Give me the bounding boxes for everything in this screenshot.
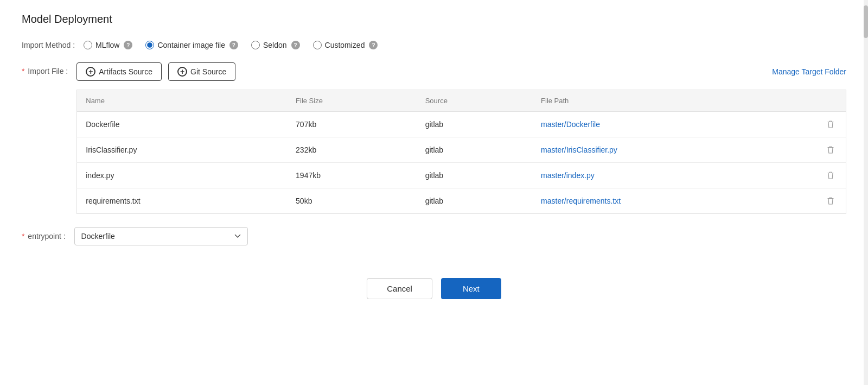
- radio-label-customized: Customized: [325, 41, 365, 49]
- import-file-row: * Import File : + Artifacts Source + Git…: [22, 62, 846, 214]
- cell-name: requirements.txt: [77, 188, 287, 214]
- radio-label-mlflow: MLflow: [95, 41, 119, 49]
- cell-path[interactable]: master/index.py: [532, 163, 815, 188]
- entrypoint-select[interactable]: DockerfileIrisClassifier.pyindex.pyrequi…: [74, 227, 248, 245]
- radio-mlflow[interactable]: [84, 41, 92, 49]
- radio-option-customized[interactable]: Customized ?: [313, 41, 378, 49]
- delete-row-button[interactable]: [824, 119, 837, 129]
- file-path-link[interactable]: master/IrisClassifier.py: [541, 146, 617, 154]
- file-path-link[interactable]: master/Dockerfile: [541, 120, 600, 129]
- col-size: File Size: [287, 90, 417, 112]
- cell-delete[interactable]: [815, 137, 846, 163]
- radio-option-mlflow[interactable]: MLflow ?: [84, 41, 132, 49]
- help-icon-customized[interactable]: ?: [369, 41, 378, 49]
- cell-name: IrisClassifier.py: [77, 137, 287, 163]
- entrypoint-label-text: entrypoint :: [28, 232, 65, 241]
- delete-row-button[interactable]: [824, 196, 837, 206]
- import-method-row: Import Method : MLflow ? Container image…: [22, 41, 846, 49]
- file-table: Name File Size Source File Path Dockerfi…: [76, 90, 846, 214]
- import-file-content: + Artifacts Source + Git Source Manage T…: [76, 62, 846, 214]
- help-icon-container[interactable]: ?: [229, 41, 238, 49]
- cell-delete[interactable]: [815, 188, 846, 214]
- radio-customized[interactable]: [313, 41, 322, 49]
- radio-option-seldon[interactable]: Seldon ?: [251, 41, 300, 49]
- col-name: Name: [77, 90, 287, 112]
- cell-delete[interactable]: [815, 112, 846, 137]
- import-method-options: MLflow ? Container image file ? Seldon ?…: [84, 41, 378, 49]
- radio-label-container: Container image file: [157, 41, 225, 49]
- cell-source: gitlab: [417, 163, 532, 188]
- delete-row-button[interactable]: [824, 171, 837, 180]
- help-icon-mlflow[interactable]: ?: [124, 41, 132, 49]
- cell-size: 232kb: [287, 137, 417, 163]
- scrollbar-thumb[interactable]: [864, 5, 868, 38]
- cell-source: gitlab: [417, 137, 532, 163]
- cell-size: 1947kb: [287, 163, 417, 188]
- source-btn-group: + Artifacts Source + Git Source: [76, 62, 235, 81]
- radio-option-container[interactable]: Container image file ?: [145, 41, 238, 49]
- next-button[interactable]: Next: [441, 278, 501, 299]
- cell-path[interactable]: master/requirements.txt: [532, 188, 815, 214]
- file-table-body: Dockerfile 707kb gitlab master/Dockerfil…: [77, 112, 846, 214]
- cell-delete[interactable]: [815, 163, 846, 188]
- cell-size: 50kb: [287, 188, 417, 214]
- cell-source: gitlab: [417, 112, 532, 137]
- cell-name: index.py: [77, 163, 287, 188]
- artifacts-source-button[interactable]: + Artifacts Source: [76, 62, 162, 81]
- cell-size: 707kb: [287, 112, 417, 137]
- radio-label-seldon: Seldon: [263, 41, 287, 49]
- manage-target-folder-link[interactable]: Manage Target Folder: [772, 67, 846, 76]
- entrypoint-row: * entrypoint : DockerfileIrisClassifier.…: [22, 227, 846, 245]
- scrollbar-track[interactable]: [864, 0, 868, 385]
- table-row: index.py 1947kb gitlab master/index.py: [77, 163, 846, 188]
- plus-circle-artifacts: +: [86, 67, 95, 77]
- cell-source: gitlab: [417, 188, 532, 214]
- import-file-label-text: Import File :: [28, 67, 68, 75]
- radio-seldon[interactable]: [251, 41, 260, 49]
- cell-path[interactable]: master/IrisClassifier.py: [532, 137, 815, 163]
- table-row: IrisClassifier.py 232kb gitlab master/Ir…: [77, 137, 846, 163]
- plus-circle-git: +: [177, 67, 187, 77]
- import-file-label: * Import File :: [22, 62, 68, 75]
- delete-row-button[interactable]: [824, 145, 837, 155]
- col-path: File Path: [532, 90, 815, 112]
- cell-name: Dockerfile: [77, 112, 287, 137]
- cell-path[interactable]: master/Dockerfile: [532, 112, 815, 137]
- cancel-button[interactable]: Cancel: [367, 278, 432, 299]
- artifacts-btn-label: Artifacts Source: [99, 67, 152, 76]
- entrypoint-label: * entrypoint :: [22, 232, 66, 241]
- git-btn-label: Git Source: [190, 67, 226, 76]
- required-star: *: [22, 67, 24, 75]
- col-actions: [815, 90, 846, 112]
- table-row: requirements.txt 50kb gitlab master/requ…: [77, 188, 846, 214]
- source-buttons-row: + Artifacts Source + Git Source Manage T…: [76, 62, 846, 81]
- help-icon-seldon[interactable]: ?: [291, 41, 300, 49]
- file-path-link[interactable]: master/requirements.txt: [541, 197, 621, 205]
- file-table-header-row: Name File Size Source File Path: [77, 90, 846, 112]
- import-method-label: Import Method :: [22, 41, 75, 49]
- col-source: Source: [417, 90, 532, 112]
- file-path-link[interactable]: master/index.py: [541, 171, 595, 180]
- git-source-button[interactable]: + Git Source: [168, 62, 235, 81]
- table-row: Dockerfile 707kb gitlab master/Dockerfil…: [77, 112, 846, 137]
- page-title: Model Deployment: [22, 13, 846, 26]
- radio-container[interactable]: [145, 41, 154, 49]
- bottom-actions: Cancel Next: [22, 267, 846, 310]
- entrypoint-required-star: *: [22, 232, 24, 241]
- file-table-header: Name File Size Source File Path: [77, 90, 846, 112]
